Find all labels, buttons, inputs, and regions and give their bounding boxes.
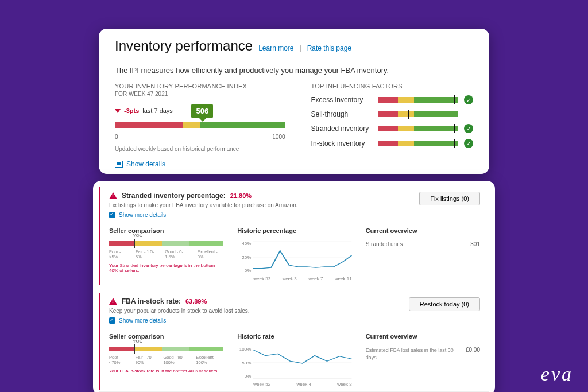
checkbox-icon bbox=[109, 212, 115, 218]
factor-gauge bbox=[378, 126, 458, 131]
factor-row: Excess inventory ✓ bbox=[311, 95, 473, 104]
ipi-max: 1000 bbox=[272, 134, 285, 140]
instock-card: FBA in-stock rate: 63.89% Keep your popu… bbox=[99, 290, 489, 392]
factor-row: In-stock inventory ✓ bbox=[311, 139, 473, 148]
restock-button[interactable]: Restock today (0) bbox=[409, 297, 480, 311]
factor-row: Sell-through bbox=[311, 110, 473, 118]
ipi-gauge: 506 bbox=[115, 118, 285, 133]
instock-value: 63.89% bbox=[185, 298, 207, 305]
checkbox-icon bbox=[109, 317, 115, 324]
factor-label: In-stock inventory bbox=[311, 139, 372, 148]
factor-gauge bbox=[378, 97, 458, 103]
page-title: Inventory performance bbox=[115, 38, 253, 54]
stranded-overview-value: 301 bbox=[470, 241, 480, 247]
instock-overview-value: £0.00 bbox=[466, 347, 480, 361]
ipi-note: Updated weekly based on historical perfo… bbox=[115, 146, 285, 152]
instock-comparison: Seller comparison YOU Poor - <70%Fair - … bbox=[109, 333, 223, 374]
ipi-change-range: last 7 days bbox=[142, 107, 173, 114]
eva-logo: eva bbox=[541, 363, 572, 385]
metrics-panel: Stranded inventory percentage: 21.80% Fi… bbox=[93, 181, 495, 392]
ipi-label: YOUR INVENTORY PERFORMANCE INDEX bbox=[115, 83, 285, 90]
warning-icon bbox=[109, 298, 117, 305]
ipi-min: 0 bbox=[115, 134, 118, 140]
factors-label: TOP INFLUENCING FACTORS bbox=[311, 83, 473, 90]
factor-row: Stranded inventory ✓ bbox=[311, 124, 473, 133]
ipi-change-pts: -3pts bbox=[124, 107, 139, 114]
details-icon bbox=[115, 161, 123, 168]
ipi-panel: Inventory performance Learn more | Rate … bbox=[99, 29, 489, 174]
warning-icon bbox=[109, 192, 117, 199]
stranded-overview: Current overview Stranded units 301 bbox=[366, 227, 480, 247]
check-icon: ✓ bbox=[464, 95, 473, 104]
show-details-label: Show details bbox=[126, 160, 165, 168]
stranded-show-more[interactable]: Show more details bbox=[109, 212, 298, 218]
instock-comp-note: Your FBA in-stock rate is in the bottom … bbox=[109, 368, 223, 374]
instock-historic: Historic rate 100%50%0% week 52week 4wee… bbox=[237, 333, 351, 387]
instock-sub: Keep your popular products in stock to a… bbox=[109, 308, 250, 314]
factor-label: Stranded inventory bbox=[311, 125, 372, 133]
ipi-score-tooltip: 506 bbox=[191, 104, 213, 118]
stranded-title: Stranded inventory percentage: bbox=[122, 192, 226, 200]
stranded-overview-label: Stranded units bbox=[366, 241, 403, 247]
instock-overview-note: Estimated FBA lost sales in the last 30 … bbox=[366, 347, 466, 361]
learn-more-link[interactable]: Learn more bbox=[258, 44, 293, 52]
divider: | bbox=[300, 44, 301, 52]
instock-overview: Current overview Estimated FBA lost sale… bbox=[366, 333, 480, 361]
factor-gauge bbox=[378, 111, 458, 117]
instock-show-more[interactable]: Show more details bbox=[109, 317, 250, 324]
show-details-toggle[interactable]: Show details bbox=[115, 160, 285, 168]
stranded-sub: Fix listings to make your FBA inventory … bbox=[109, 202, 298, 208]
instock-title: FBA in-stock rate: bbox=[122, 297, 181, 305]
stranded-card: Stranded inventory percentage: 21.80% Fi… bbox=[99, 184, 489, 286]
rate-page-link[interactable]: Rate this page bbox=[307, 44, 351, 52]
intro-text: The IPI measures how efficiently and pro… bbox=[115, 66, 473, 75]
check-icon: ✓ bbox=[464, 124, 473, 133]
check-icon: ✓ bbox=[464, 139, 473, 148]
factor-label: Excess inventory bbox=[311, 96, 372, 104]
stranded-historic: Historic percentage 40%20%0% week 52week… bbox=[237, 227, 351, 281]
ipi-section: YOUR INVENTORY PERFORMANCE INDEX FOR WEE… bbox=[115, 83, 297, 168]
factors-section: TOP INFLUENCING FACTORS Excess inventory… bbox=[297, 83, 473, 168]
stranded-value: 21.80% bbox=[230, 192, 252, 199]
ipi-week: FOR WEEK 47 2021 bbox=[115, 91, 285, 97]
stranded-comp-note: Your Stranded inventory percentage is in… bbox=[109, 263, 223, 273]
factor-gauge bbox=[378, 141, 458, 146]
factor-label: Sell-through bbox=[311, 110, 372, 118]
trend-down-icon bbox=[115, 109, 121, 113]
fix-listings-button[interactable]: Fix listings (0) bbox=[419, 192, 480, 205]
stranded-comparison: Seller comparison YOU Poor - >5%Fair - 1… bbox=[109, 227, 223, 273]
